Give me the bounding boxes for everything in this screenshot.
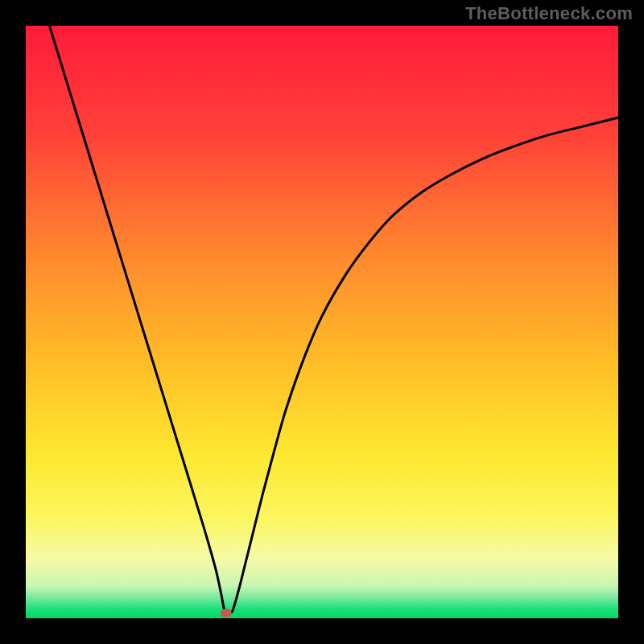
watermark-text: TheBottleneck.com	[465, 3, 633, 24]
chart-frame: { "watermark": "TheBottleneck.com", "cha…	[0, 0, 644, 644]
plot-area	[26, 26, 618, 618]
chart-svg	[0, 0, 644, 644]
minimum-marker	[221, 609, 232, 617]
